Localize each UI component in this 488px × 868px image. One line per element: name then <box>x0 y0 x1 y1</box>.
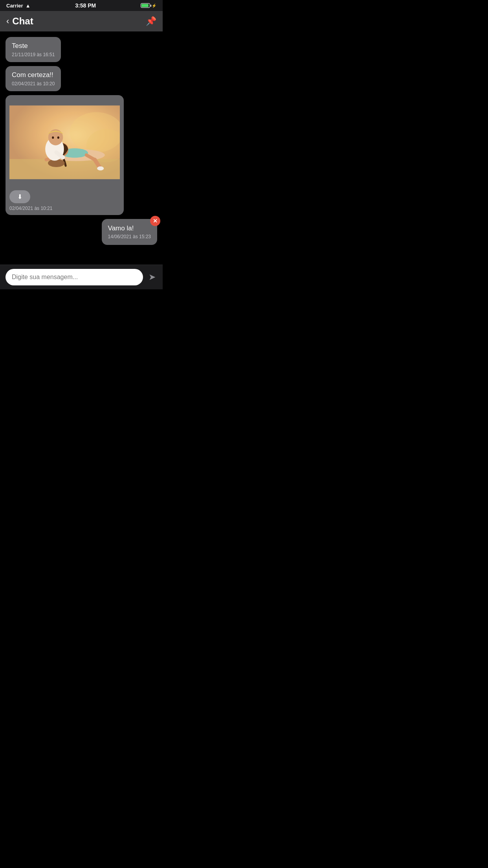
gym-image <box>9 99 120 186</box>
message-text-4: Vamo la! <box>108 224 151 232</box>
chat-area: Teste 21/11/2019 às 16:51 Com certeza!! … <box>0 31 163 265</box>
message-text-1: Teste <box>12 42 55 50</box>
status-battery: ⚡ <box>141 3 156 8</box>
back-button[interactable]: ‹ <box>6 17 9 26</box>
bolt-icon: ⚡ <box>152 4 156 8</box>
send-button[interactable]: ➤ <box>147 270 157 284</box>
message-time-4: 14/06/2021 às 15:23 <box>108 234 151 239</box>
message-bubble-4: ✕ Vamo la! 14/06/2021 às 15:23 <box>102 219 157 245</box>
nav-header: ‹ Chat 📌 <box>0 11 163 31</box>
wifi-icon: ▲ <box>26 3 31 9</box>
battery-icon <box>141 3 150 8</box>
status-carrier: Carrier ▲ <box>6 3 31 9</box>
message-input[interactable] <box>6 269 143 285</box>
message-bubble-1: Teste 21/11/2019 às 16:51 <box>6 37 61 62</box>
input-area: ➤ <box>0 265 163 289</box>
status-time: 3:58 PM <box>75 2 96 9</box>
status-bar: Carrier ▲ 3:58 PM ⚡ <box>0 0 163 11</box>
message-time-3: 02/04/2021 às 10:21 <box>9 206 120 211</box>
download-button[interactable]: ⬇ <box>9 190 30 203</box>
svg-rect-19 <box>9 105 120 179</box>
message-text-2: Com certeza!! <box>12 71 55 79</box>
download-icon: ⬇ <box>17 193 22 200</box>
page-title: Chat <box>12 16 33 27</box>
attachment-icon[interactable]: 📌 <box>146 16 156 26</box>
message-bubble-image: ⬇ 02/04/2021 às 10:21 <box>6 95 124 215</box>
message-bubble-2: Com certeza!! 02/04/2021 às 10:20 <box>6 66 61 91</box>
delete-message-button[interactable]: ✕ <box>150 216 160 226</box>
message-time-1: 21/11/2019 às 16:51 <box>12 52 55 57</box>
send-icon: ➤ <box>149 272 156 282</box>
message-time-2: 02/04/2021 às 10:20 <box>12 81 55 86</box>
